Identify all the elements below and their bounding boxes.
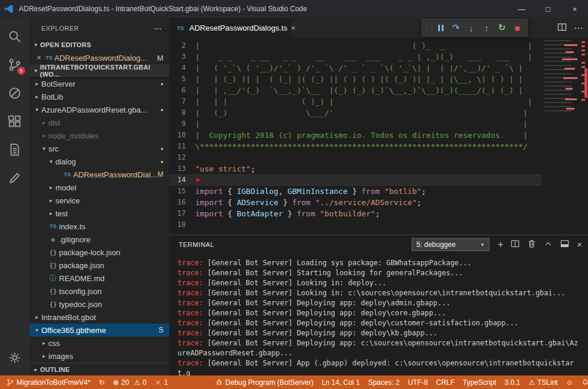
- terminal-panel: TERMINAL 5: debuggee ▼ +: [169, 235, 588, 375]
- tree-item-label: BotServer: [41, 80, 75, 88]
- step-over-icon[interactable]: ↷: [448, 20, 464, 35]
- tree-folder-item[interactable]: ▸model: [29, 181, 169, 194]
- tree-folder-item[interactable]: ▸BotServer●: [29, 77, 169, 90]
- chevron-down-icon: ▼: [480, 242, 485, 248]
- sync-icon[interactable]: ↻: [94, 375, 109, 389]
- debug-icon[interactable]: [0, 79, 29, 107]
- close-button[interactable]: ×: [561, 0, 588, 18]
- source-control-icon[interactable]: 5: [0, 51, 29, 79]
- tree-file-item[interactable]: {}package.json: [29, 259, 169, 272]
- tree-folder-item[interactable]: ▸service: [29, 194, 169, 207]
- tree-folder-item[interactable]: ▸test: [29, 207, 169, 220]
- tree-folder-item[interactable]: ▸dist: [29, 116, 169, 129]
- tasks-item[interactable]: 1: [150, 375, 172, 389]
- stop-icon[interactable]: ■: [510, 20, 525, 35]
- search-icon[interactable]: [0, 22, 29, 51]
- tree-folder-item[interactable]: ▸BotLib: [29, 90, 169, 103]
- error-gutter-marker: [196, 177, 201, 182]
- settings-gear-icon[interactable]: [0, 344, 29, 372]
- close-tab-icon[interactable]: ×: [291, 24, 295, 32]
- drag-grip-icon[interactable]: ⋮⋮: [425, 20, 433, 35]
- code-line: 5| | (_) )| | ( (_| |( (_) || ( ) ( ) |(…: [169, 74, 588, 85]
- edit-icon[interactable]: [0, 164, 29, 192]
- tree-folder-item[interactable]: ▸node_modules: [29, 129, 169, 142]
- maximize-button[interactable]: □: [535, 0, 561, 18]
- toggle-panel-icon[interactable]: [560, 239, 569, 250]
- tree-item-label: service: [55, 196, 80, 205]
- problems-item[interactable]: ⊗ 20 ⚠ 0: [109, 375, 150, 389]
- tree-folder-item[interactable]: ▸images: [29, 350, 169, 362]
- encoding[interactable]: UTF-8: [404, 375, 432, 389]
- extensions-icon[interactable]: [0, 107, 29, 136]
- minimize-button[interactable]: —: [508, 0, 535, 18]
- maximize-panel-chevron-icon[interactable]: [544, 239, 553, 250]
- overview-ruler[interactable]: [580, 38, 588, 235]
- tree-folder-item[interactable]: ▾AzureADPasswordReset.gba...●: [29, 103, 169, 116]
- chevron-down-icon: ▾: [32, 68, 40, 74]
- tree-file-item[interactable]: TSADResetPasswordDial...M: [29, 168, 169, 181]
- tslint-item[interactable]: ⚠ TSLint: [524, 375, 561, 389]
- minimap[interactable]: [542, 38, 580, 235]
- tree-item-label: ADResetPasswordDial...: [73, 170, 157, 179]
- editor-more-actions-icon[interactable]: ⋯: [574, 22, 583, 34]
- tree-file-item[interactable]: ⓘREADME.md: [29, 272, 169, 285]
- document-icon[interactable]: [0, 136, 29, 164]
- line-number: 7: [169, 96, 195, 107]
- eol-sequence[interactable]: CRLF: [432, 375, 459, 389]
- modified-dot-icon: ●: [160, 146, 163, 151]
- code-line: 17import { BotAdapter } from "botbuilder…: [169, 208, 588, 219]
- tab-terminal[interactable]: TERMINAL: [179, 241, 214, 248]
- open-editor-label: ADResetPasswordDialog...: [54, 54, 147, 62]
- code-line: 3| _ _ _ __ _ _ __ ___ ___ _ _ | ,_)(_) …: [169, 51, 588, 62]
- tree-file-item[interactable]: {}tsconfig.json: [29, 285, 169, 298]
- workspace-header[interactable]: ▾ INTRANETBOTQUICKSTART.GBAI (WO...: [29, 64, 169, 77]
- code-editor[interactable]: 2| ( )_ _ |3| _ _ _ __ _ _ __ ___ ___ _ …: [169, 38, 588, 235]
- tab-bar: TS ADResetPasswordDialogs.ts × ⋯ ⋮⋮ ↷ ↓ …: [169, 18, 588, 38]
- tab-label: ADResetPasswordDialogs.ts: [189, 24, 287, 32]
- tree-item-label: test: [55, 209, 68, 218]
- pause-icon[interactable]: [433, 20, 448, 35]
- terminal-line: trace: [General Bot Server] Looking in: …: [178, 278, 580, 288]
- new-terminal-icon[interactable]: +: [498, 240, 503, 249]
- terminal-output[interactable]: trace: [General Bot Server] Loading sys …: [169, 254, 588, 375]
- step-into-icon[interactable]: ↓: [464, 20, 479, 35]
- close-panel-icon[interactable]: ×: [577, 240, 582, 249]
- more-actions-icon[interactable]: ⋯: [154, 24, 163, 33]
- step-out-icon[interactable]: ↑: [479, 20, 494, 35]
- kill-terminal-trash-icon[interactable]: [527, 239, 536, 250]
- split-terminal-icon[interactable]: [511, 239, 520, 250]
- terminal-line: trace: [General Bot Server] Looking in: …: [178, 288, 580, 298]
- tree-folder-item[interactable]: ▸IntranetBot.gbot: [29, 311, 169, 324]
- code-line: 7| | | ( )_) | |: [169, 96, 588, 107]
- trace-tag: trace:: [178, 309, 203, 317]
- tree-folder-item[interactable]: ▾dialog●: [29, 155, 169, 168]
- open-editor-item[interactable]: × TS ADResetPasswordDialog... M: [29, 51, 169, 64]
- tree-file-item[interactable]: TSindex.ts: [29, 220, 169, 233]
- language-mode[interactable]: TypeScript: [459, 375, 501, 389]
- tab-adresetpassworddialogs[interactable]: TS ADResetPasswordDialogs.ts ×: [169, 18, 292, 38]
- feedback-smiley-icon[interactable]: ☺: [562, 375, 577, 389]
- git-branch-item[interactable]: MigrationToBotFmwV4*: [2, 375, 94, 389]
- tree-item-label: Office365.gbtheme: [41, 326, 106, 335]
- file-tree: ▸BotServer●▸BotLib▾AzureADPasswordReset.…: [29, 77, 169, 362]
- tree-file-item[interactable]: {}package-lock.json: [29, 246, 169, 259]
- debug-program-item[interactable]: Debug Program (BotServer): [211, 375, 317, 389]
- cursor-position[interactable]: Ln 14, Col 1: [317, 375, 364, 389]
- scrollbar-slider[interactable]: [584, 68, 587, 98]
- terminal-select[interactable]: 5: debuggee ▼: [412, 238, 490, 251]
- outline-header[interactable]: ▸ OUTLINE: [29, 362, 169, 375]
- tree-file-item[interactable]: ◈.gitignore: [29, 233, 169, 246]
- open-editors-header[interactable]: ▾ OPEN EDITORS: [29, 38, 169, 51]
- typescript-version[interactable]: 3.0.1: [501, 375, 525, 389]
- split-editor-icon[interactable]: [557, 22, 567, 34]
- tree-folder-item[interactable]: ▾src●: [29, 142, 169, 155]
- terminal-line: trace: [General Bot Server] Deploying ap…: [178, 298, 580, 308]
- restart-icon[interactable]: ↻: [494, 20, 510, 35]
- indentation[interactable]: Spaces: 2: [364, 375, 403, 389]
- close-icon[interactable]: ×: [34, 54, 44, 62]
- tree-folder-item[interactable]: ▸css: [29, 337, 169, 350]
- tree-folder-item[interactable]: ▾Office365.gbthemeS: [29, 324, 169, 337]
- tree-file-item[interactable]: {}typedoc.json: [29, 298, 169, 311]
- activity-bar: 5: [0, 18, 29, 375]
- notifications-bell-icon[interactable]: [577, 375, 588, 389]
